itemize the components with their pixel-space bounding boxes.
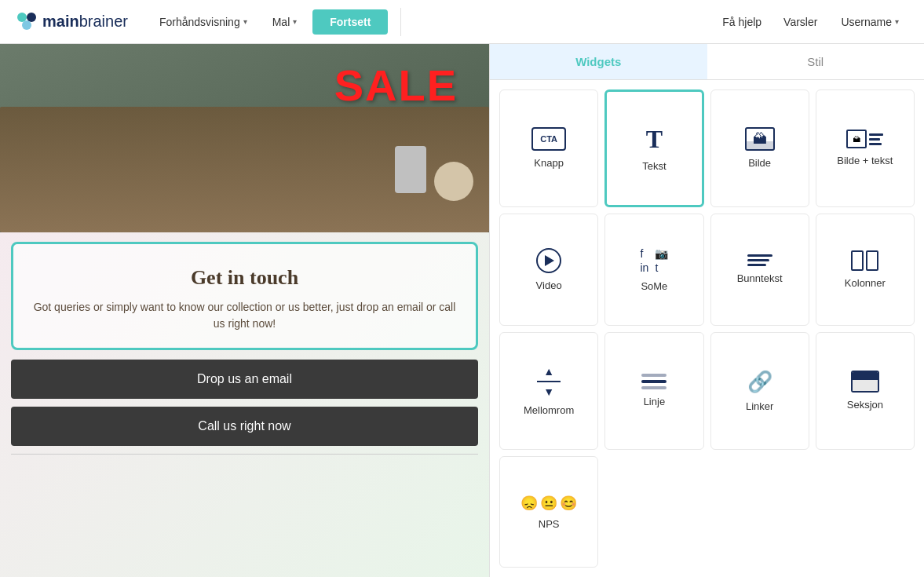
username-label: Username — [841, 16, 892, 28]
fortsett-button[interactable]: Fortsett — [312, 9, 388, 35]
widget-video-label: Video — [536, 279, 562, 291]
spacer-down-arrow-icon: ▼ — [543, 385, 554, 398]
cta-icon: CTA — [531, 127, 566, 151]
widget-linje[interactable]: Linje — [604, 332, 703, 451]
get-in-touch-section[interactable]: Get in touch Got queries or simply want … — [11, 242, 478, 350]
svg-point-2 — [22, 20, 31, 30]
widget-knapp-label: Knapp — [534, 157, 564, 169]
image-icon: 🏔 — [745, 127, 775, 151]
nav-right: Få hjelp Varsler Username ▾ — [714, 11, 908, 33]
widget-nps-label: NPS — [539, 518, 560, 530]
neutral-face-icon: 😐 — [540, 495, 557, 512]
mal-button[interactable]: Mal ▾ — [263, 11, 307, 33]
widget-tekst-label: Tekst — [642, 160, 666, 172]
widget-bunntekst[interactable]: Bunntekst — [710, 214, 809, 326]
mountain-icon: 🏔 — [753, 131, 767, 148]
forhandsvisning-label: Forhåndsvisning — [159, 16, 240, 28]
text-icon: T — [646, 125, 663, 154]
happy-face-icon: 😊 — [560, 495, 577, 512]
widget-linje-label: Linje — [644, 396, 665, 407]
forhandsvisning-button[interactable]: Forhåndsvisning ▾ — [150, 11, 257, 33]
sale-image: SALE — [0, 44, 489, 232]
widget-knapp[interactable]: CTA Knapp — [499, 89, 598, 207]
nps-icon: 😞 😐 😊 — [520, 495, 577, 512]
widgets-grid: CTA Knapp T Tekst 🏔 Bilde 🏔 — [490, 80, 924, 577]
get-in-touch-title: Get in touch — [29, 266, 460, 290]
twitter-icon: t — [655, 261, 668, 274]
widget-seksjon[interactable]: Seksjon — [816, 332, 915, 451]
nav-divider — [400, 8, 401, 36]
widget-mellomrom[interactable]: ▲ ▼ Mellomrom — [499, 332, 598, 451]
widget-bilde[interactable]: 🏔 Bilde — [710, 89, 809, 207]
widget-bilde-tekst-label: Bilde + tekst — [837, 155, 893, 166]
linkedin-icon: in — [640, 261, 653, 274]
tab-widgets[interactable]: Widgets — [490, 44, 707, 79]
fa-hjelp-button[interactable]: Få hjelp — [714, 11, 769, 33]
svg-point-1 — [27, 13, 36, 22]
lines-icon — [747, 254, 772, 266]
image-box-icon: 🏔 — [846, 130, 867, 148]
widget-bilde-tekst[interactable]: 🏔 Bilde + tekst — [816, 89, 915, 207]
widget-some[interactable]: f 📷 in t SoMe — [604, 214, 703, 326]
widget-mellomrom-label: Mellomrom — [524, 404, 574, 416]
sale-sign: SALE — [334, 60, 458, 111]
columns-icon — [851, 250, 878, 271]
linje-bar1-icon — [641, 374, 667, 377]
line1-icon — [747, 254, 772, 257]
spacer-up-arrow-icon: ▲ — [543, 365, 554, 378]
divider-line — [11, 454, 478, 455]
sad-face-icon: 😞 — [520, 495, 538, 512]
seksjon-icon — [851, 371, 879, 393]
widget-kolonner-label: Kolonner — [845, 277, 886, 289]
linje-icon — [641, 374, 667, 389]
widget-video[interactable]: Video — [499, 214, 598, 326]
line2-icon — [747, 259, 769, 261]
widget-kolonner[interactable]: Kolonner — [816, 214, 915, 326]
topnav: mainbrainer Forhåndsvisning ▾ Mal ▾ Fort… — [0, 0, 924, 44]
spacer-line1-icon — [537, 381, 561, 382]
widget-tekst[interactable]: T Tekst — [604, 89, 703, 207]
username-chevron: ▾ — [895, 17, 899, 26]
col2-icon — [866, 250, 878, 271]
preview-panel: SALE Get in touch Got queries or simply … — [0, 44, 489, 577]
logo: mainbrainer — [16, 11, 128, 33]
get-in-touch-subtitle: Got queries or simply want to know our c… — [29, 299, 460, 332]
widget-seksjon-label: Seksjon — [847, 399, 883, 411]
widget-nps[interactable]: 😞 😐 😊 NPS — [499, 456, 598, 568]
tab-stil[interactable]: Stil — [707, 44, 925, 79]
sale-image-bg: SALE — [0, 44, 489, 232]
varsler-button[interactable]: Varsler — [776, 11, 825, 33]
widget-linker[interactable]: 🔗 Linker — [710, 332, 809, 451]
spacer-icon: ▲ ▼ — [537, 365, 561, 398]
svg-point-0 — [17, 13, 27, 22]
username-button[interactable]: Username ▾ — [831, 11, 908, 33]
some-icon: f 📷 in t — [640, 247, 668, 274]
call-now-button[interactable]: Call us right now — [11, 407, 478, 446]
mal-chevron: ▾ — [293, 17, 297, 26]
linker-icon: 🔗 — [747, 370, 772, 394]
line3-icon — [747, 264, 766, 266]
plant — [434, 162, 473, 201]
logo-text: mainbrainer — [42, 13, 128, 31]
image-text-icon: 🏔 — [846, 130, 883, 148]
mal-label: Mal — [272, 16, 290, 28]
play-triangle-icon — [545, 255, 554, 266]
facebook-icon: f — [640, 247, 653, 260]
seksjon-top-icon — [853, 372, 878, 380]
lantern — [395, 146, 426, 193]
drop-email-button[interactable]: Drop us an email — [11, 360, 478, 399]
main-layout: SALE Get in touch Got queries or simply … — [0, 44, 924, 577]
widget-some-label: SoMe — [641, 280, 667, 292]
video-icon — [536, 248, 561, 273]
forhandsvisning-chevron: ▾ — [243, 17, 247, 26]
instagram-icon: 📷 — [655, 247, 668, 260]
linje-bar3-icon — [641, 386, 667, 389]
widget-linker-label: Linker — [746, 400, 773, 412]
widget-bunntekst-label: Bunntekst — [737, 272, 783, 284]
widget-bilde-label: Bilde — [748, 157, 771, 169]
linje-bar2-icon — [641, 380, 667, 383]
col1-icon — [851, 250, 864, 271]
seksjon-bottom-icon — [853, 380, 878, 391]
panel-tabs: Widgets Stil — [490, 44, 924, 80]
widgets-panel: Widgets Stil CTA Knapp T Tekst 🏔 Bilde — [489, 44, 924, 577]
